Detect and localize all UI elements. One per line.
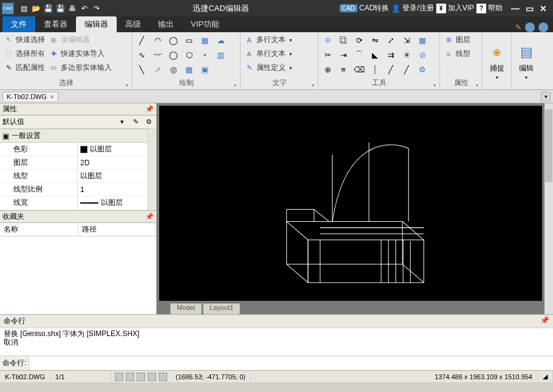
stext-button[interactable]: A单行文本▾ [243,47,315,60]
prop-layer[interactable]: 图层2D [0,156,156,170]
save-icon[interactable]: 💾 [43,3,53,14]
tab-editor[interactable]: 编辑器 [76,16,117,32]
prop-lineweight[interactable]: 线宽以图层▾ [0,196,156,210]
polygon-entity-input-button[interactable]: ▭多边形实体输入 [47,61,113,74]
cloud-icon[interactable]: ☁ [214,33,227,47]
undo-icon[interactable]: ↶ [79,3,90,14]
mirror-icon[interactable]: ⇋ [368,33,382,47]
status-resize-grip[interactable]: ◢ [538,371,553,382]
layer-button[interactable]: ≣图层 [442,33,479,46]
document-tab[interactable]: K-Tb02.DWG ✕ [2,92,58,101]
login-link[interactable]: 👤登录/注册 [391,3,433,13]
open-icon[interactable]: 📂 [30,3,41,14]
maximize-button[interactable]: ▭ [526,4,534,13]
select-all-button[interactable]: ⬚选择所有 [2,47,46,60]
circle-icon[interactable]: ◯ [167,33,180,47]
attdef-button[interactable]: ✎属性定义▾ [243,61,315,74]
general-settings-category[interactable]: ▣一般设置 [0,129,156,143]
polyline-icon[interactable]: ∿ [135,48,148,61]
donut-icon[interactable]: ◎ [167,63,180,76]
measure-icon[interactable]: ╱ [384,63,397,76]
trim-icon[interactable]: ✂ [321,48,334,61]
ribbon-help-icon[interactable] [538,22,548,32]
region-icon[interactable]: ▥ [214,48,227,61]
explode-icon[interactable]: ✳ [400,48,413,61]
scale-icon[interactable]: ⤢ [384,33,397,47]
ribbon-minimize-icon[interactable] [525,22,535,32]
prop-scrollbar[interactable] [148,129,156,210]
prop-linetype[interactable]: 线型以图层 [0,170,156,183]
ray-icon[interactable]: ╲ [135,63,148,76]
prop-btn2[interactable]: ✎ [129,117,142,128]
hatch-icon[interactable]: ▦ [198,33,211,47]
xline-icon[interactable]: ⇗ [151,63,164,76]
ribbon-options-icon[interactable]: ✎ [515,23,521,32]
prop-btn3[interactable]: ⚙ [143,117,155,128]
drawing-canvas[interactable] [159,106,542,301]
join-icon[interactable]: ⊕ [321,63,334,76]
tab-file[interactable]: 文件 [2,16,35,32]
mtext-button[interactable]: A多行文本▾ [243,33,315,46]
stretch-icon[interactable]: ⇲ [400,33,413,47]
snap-toggle[interactable] [115,373,123,381]
ellipse-icon[interactable]: ◯ [167,48,180,61]
tool7-icon[interactable]: ⚙ [416,63,429,76]
pin-icon[interactable]: 📌 [145,213,154,221]
osnap-toggle[interactable] [159,373,167,381]
point-icon[interactable]: ▪ [198,48,211,61]
offset-icon[interactable]: ⇉ [384,48,397,61]
cad-convert-link[interactable]: CADCAD转换 [340,3,389,13]
edit-button[interactable]: ▤ 编辑▾ [514,41,538,81]
pin-icon[interactable]: 📌 [540,316,549,326]
polygon2-icon[interactable]: ⬡ [182,48,196,61]
prop-color[interactable]: 色彩以图层 [0,143,156,156]
arc-icon[interactable]: ◠ [151,33,164,47]
quick-select-button[interactable]: ↖快速选择 [2,33,46,46]
command-input[interactable] [29,356,553,370]
fav-col-name[interactable]: 名称 [0,223,78,236]
break-icon[interactable]: ⊘ [416,48,429,61]
grid-toggle[interactable] [126,373,134,381]
print-icon[interactable]: 🖶 [67,3,78,14]
pin-icon[interactable]: 📌 [145,105,154,113]
divide-icon[interactable]: ┊ [368,63,382,76]
model-tab[interactable]: Model [170,303,202,314]
line-icon[interactable]: ╱ [135,33,148,47]
redo-icon[interactable]: ↷ [91,3,102,14]
snap-button[interactable]: ⎈ 捕捉▾ [485,41,509,81]
new-icon[interactable]: ▤ [18,3,29,14]
table-icon[interactable]: ▦ [182,63,196,76]
extend-icon[interactable]: ⇥ [337,48,350,61]
help-link[interactable]: ?帮助 [476,3,503,13]
erase-icon[interactable]: ⌫ [352,63,366,76]
align-icon[interactable]: ≡ [337,63,350,76]
close-button[interactable]: ✕ [540,4,547,13]
rect-icon[interactable]: ▭ [182,33,196,47]
vip-link[interactable]: ¥加入VIP [436,3,474,13]
saveas-icon[interactable]: 💾 [55,3,66,14]
linetype-button[interactable]: ≡线型 [442,47,479,60]
fav-col-path[interactable]: 路径 [78,223,157,236]
copy-icon[interactable]: ⿻ [337,33,350,47]
minimize-button[interactable]: — [511,4,520,13]
polar-toggle[interactable] [148,373,156,381]
fillet-icon[interactable]: ⌒ [352,48,366,61]
layout1-tab[interactable]: Layout1 [203,303,240,314]
close-tab-icon[interactable]: ✕ [49,94,54,100]
array-icon[interactable]: ▦ [416,33,429,47]
tab-output[interactable]: 输出 [149,16,182,32]
rotate-icon[interactable]: ⟳ [352,33,366,47]
insert-icon[interactable]: ▣ [198,63,211,76]
move-icon[interactable]: ✥ [321,33,334,47]
quick-entity-import-button[interactable]: ✚快速实体导入 [47,47,106,60]
canvas-vscroll[interactable] [544,103,553,314]
tab-vip[interactable]: VIP功能 [182,16,228,32]
spline-icon[interactable]: 〰 [151,48,164,61]
tab-viewer[interactable]: 查看器 [35,16,76,32]
prop-btn1[interactable]: ▾ [116,117,128,128]
match-props-button[interactable]: ✎匹配属性 [2,61,46,74]
chamfer-icon[interactable]: ◣ [368,48,382,61]
ortho-toggle[interactable] [137,373,145,381]
document-dropdown[interactable]: ▾ [541,92,551,101]
tab-advanced[interactable]: 高级 [117,16,149,32]
